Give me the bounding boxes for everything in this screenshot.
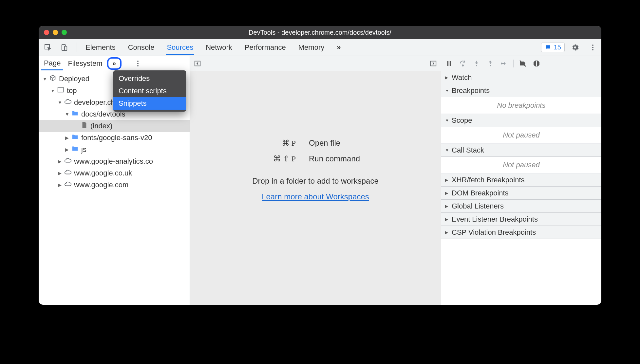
section-xhr[interactable]: ▶ XHR/fetch Breakpoints (441, 173, 601, 187)
folder-icon (71, 110, 79, 119)
chevron-down-icon[interactable] (50, 88, 54, 93)
sub-tab-page[interactable]: Page (41, 56, 63, 70)
shortcut-open-file-key: ⌘ P (250, 138, 296, 148)
tree-ext-gcom[interactable]: www.google.com (39, 179, 190, 191)
chevron-right-icon[interactable] (65, 135, 69, 140)
shortcut-run-command: ⌘ ⇧ P Run command (250, 154, 381, 163)
drop-workspace-msg: Drop in a folder to add to workspace (252, 176, 379, 186)
tree-ext-gcom-label: www.google.com (74, 181, 128, 189)
deactivate-breakpoints-icon[interactable] (518, 59, 527, 68)
svg-point-11 (501, 63, 502, 64)
section-breakpoints[interactable]: ▼ Breakpoints (441, 84, 601, 97)
svg-rect-7 (450, 61, 451, 66)
section-csp-label: CSP Violation Breakpoints (452, 228, 536, 237)
tab-performance[interactable]: Performance (244, 40, 287, 55)
step-icon[interactable] (499, 59, 509, 68)
issues-count: 15 (554, 44, 561, 51)
chevron-right-icon: ▶ (445, 204, 449, 209)
learn-workspaces-link[interactable]: Learn more about Workspaces (262, 192, 369, 201)
section-breakpoints-label: Breakpoints (452, 86, 490, 95)
svg-rect-12 (536, 61, 537, 66)
pause-icon[interactable] (444, 59, 454, 68)
tab-network[interactable]: Network (205, 40, 233, 55)
main-toolbar: Elements Console Sources Network Perform… (39, 39, 601, 56)
chevron-down-icon[interactable] (65, 112, 69, 117)
chevron-right-icon: ▶ (445, 217, 449, 222)
close-window-button[interactable] (44, 30, 49, 35)
step-over-icon[interactable] (458, 59, 467, 68)
folder-icon (71, 145, 79, 154)
tree-ext-ga[interactable]: www.google-analytics.co (39, 155, 190, 167)
tree-js-folder[interactable]: js (39, 144, 190, 155)
toggle-drawer-right-icon[interactable] (429, 59, 438, 68)
device-toolbar-icon[interactable] (60, 43, 69, 52)
section-dom[interactable]: ▶ DOM Breakpoints (441, 187, 601, 200)
tab-sources[interactable]: Sources (166, 40, 194, 55)
tab-memory[interactable]: Memory (298, 40, 325, 55)
chevron-right-icon[interactable] (58, 159, 62, 164)
section-callstack[interactable]: ▼ Call Stack (441, 144, 601, 157)
tree-fonts-label: fonts/google-sans-v20 (81, 134, 152, 142)
inspect-element-icon[interactable] (43, 43, 52, 52)
svg-rect-6 (447, 61, 449, 66)
main-tabs-overflow-icon[interactable]: » (336, 40, 341, 55)
tree-fonts-folder[interactable]: fonts/google-sans-v20 (39, 132, 190, 144)
pause-on-exceptions-icon[interactable] (532, 59, 541, 68)
cloud-icon (64, 180, 71, 190)
shortcut-open-file: ⌘ P Open file (250, 138, 381, 148)
tree-ext-gcouk-label: www.google.co.uk (74, 169, 132, 177)
settings-icon[interactable] (571, 43, 580, 52)
section-event-label: Event Listener Breakpoints (452, 215, 538, 224)
toggle-drawer-left-icon[interactable] (193, 59, 202, 68)
tree-top-label: top (67, 86, 77, 95)
section-watch[interactable]: ▶ Watch (441, 71, 601, 84)
chevron-right-icon[interactable] (58, 171, 62, 176)
chevron-down-icon: ▼ (445, 148, 449, 153)
cloud-icon (64, 169, 71, 178)
step-into-icon[interactable] (472, 59, 481, 68)
chevron-right-icon[interactable] (65, 147, 69, 152)
titlebar: DevTools - developer.chrome.com/docs/dev… (39, 26, 601, 39)
editor-toolbar (190, 56, 441, 71)
chevron-down-icon: ▼ (445, 118, 449, 123)
navigator-more-tabs-button[interactable]: » (107, 57, 122, 70)
menu-item-overrides[interactable]: Overrides (113, 72, 186, 85)
debugger-pane: ▶ Watch ▼ Breakpoints No breakpoints ▼ S… (441, 56, 601, 305)
devtools-window: DevTools - developer.chrome.com/docs/dev… (39, 26, 601, 305)
chevron-down-icon: ▼ (445, 88, 449, 93)
callstack-empty: Not paused (441, 157, 601, 173)
section-global[interactable]: ▶ Global Listeners (441, 200, 601, 213)
tree-deployed-label: Deployed (59, 75, 89, 83)
tree-index-file[interactable]: (index) (39, 120, 190, 132)
section-scope-label: Scope (452, 116, 472, 125)
window-controls (39, 30, 67, 35)
section-scope[interactable]: ▼ Scope (441, 114, 601, 127)
editor-empty-state: ⌘ P Open file ⌘ ⇧ P Run command Drop in … (190, 71, 441, 305)
main-tabs: Elements Console Sources Network Perform… (85, 40, 342, 55)
chevron-right-icon[interactable] (58, 182, 62, 188)
chevron-right-icon: ▶ (445, 178, 449, 182)
step-out-icon[interactable] (486, 59, 495, 68)
section-csp[interactable]: ▶ CSP Violation Breakpoints (441, 226, 601, 239)
debugger-divider (513, 60, 514, 67)
section-event[interactable]: ▶ Event Listener Breakpoints (441, 213, 601, 226)
menu-item-snippets[interactable]: Snippets (113, 97, 186, 110)
chevron-down-icon[interactable] (43, 76, 47, 82)
debugger-toolbar (441, 56, 601, 71)
issues-badge[interactable]: 15 (541, 43, 565, 52)
chevron-down-icon[interactable] (58, 100, 62, 105)
tree-ext-gcouk[interactable]: www.google.co.uk (39, 167, 190, 179)
tab-console[interactable]: Console (127, 40, 155, 55)
sub-tab-filesystem[interactable]: Filesystem (65, 57, 105, 70)
zoom-window-button[interactable] (62, 30, 67, 35)
shortcut-run-cmd-label: Run command (309, 154, 381, 163)
minimize-window-button[interactable] (53, 30, 58, 35)
navigator-kebab-icon[interactable] (134, 61, 142, 66)
section-xhr-label: XHR/fetch Breakpoints (452, 176, 525, 184)
menu-item-content-scripts[interactable]: Content scripts (113, 85, 186, 97)
kebab-menu-icon[interactable] (589, 45, 597, 50)
file-icon (81, 121, 88, 131)
tab-elements[interactable]: Elements (85, 40, 116, 55)
shortcut-run-cmd-key: ⌘ ⇧ P (250, 154, 296, 163)
breakpoints-empty: No breakpoints (441, 97, 601, 114)
